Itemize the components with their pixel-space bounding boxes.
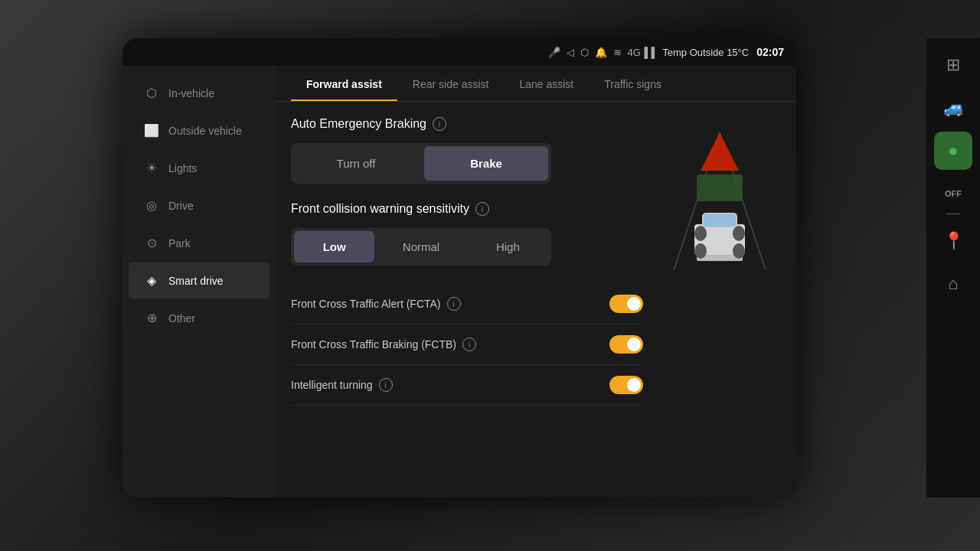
intelligent-turning-info-icon[interactable]: i — [379, 378, 393, 392]
dock-active-button[interactable]: ● — [934, 132, 972, 170]
sensitivity-normal-button[interactable]: Normal — [381, 231, 461, 262]
volume-icon: 🔔 — [595, 47, 607, 58]
bluetooth-icon: ⬡ — [580, 47, 589, 58]
tab-forward-assist[interactable]: Forward assist — [291, 66, 397, 101]
car-icon: 🚙 — [943, 98, 964, 118]
outside-vehicle-icon: ⬜ — [144, 123, 159, 138]
navigation-icon: ◁ — [567, 47, 574, 58]
dock-off-sublabel: —— — [946, 210, 960, 217]
svg-point-12 — [733, 243, 745, 259]
active-circle-icon: ● — [948, 141, 958, 161]
car-visualization — [666, 125, 773, 278]
signal-icon: 4G▐▐ — [628, 47, 655, 58]
fcw-section-title: Front collision warning sensitivity i — [291, 202, 643, 216]
dock-location-button[interactable]: 📍 — [934, 222, 972, 260]
tab-traffic-signs[interactable]: Traffic signs — [589, 66, 677, 101]
fctb-info-icon[interactable]: i — [462, 337, 476, 351]
aeb-info-icon[interactable]: i — [433, 117, 446, 131]
intelligent-turning-label: Intelligent turning i — [291, 378, 393, 392]
intelligent-turning-toggle-row: Intelligent turning i — [291, 365, 643, 406]
in-vehicle-icon: ⬡ — [144, 86, 159, 100]
dock-car-button[interactable]: 🚙 — [934, 89, 972, 127]
fcw-title-text: Front collision warning sensitivity — [291, 202, 469, 216]
app-dock: ⊞ 🚙 ● OFF —— 📍 ⌂ — [926, 38, 980, 497]
fctb-label: Front Cross Traffic Braking (FCTB) i — [291, 337, 476, 351]
dock-off-button[interactable]: OFF — [934, 174, 972, 213]
sidebar-item-lights[interactable]: ☀ Lights — [129, 150, 270, 186]
sidebar-label-outside-vehicle: Outside vehicle — [168, 125, 242, 137]
left-content: Auto Emergency Braking i Turn off Brake — [291, 117, 643, 478]
lights-icon: ☀ — [144, 161, 159, 175]
fcta-toggle-row: Front Cross Traffic Alert (FCTA) i — [291, 284, 643, 324]
sensitivity-high-button[interactable]: High — [468, 231, 548, 262]
svg-point-11 — [694, 243, 707, 259]
status-bar: 🎤 ◁ ⬡ 🔔 ≋ 4G▐▐ Temp Outside 15°C 02:07 — [122, 38, 796, 66]
sensitivity-toggle-group: Low Normal High — [291, 228, 551, 266]
aeb-brake-button[interactable]: Brake — [424, 146, 548, 181]
dock-home-button[interactable]: ⌂ — [934, 265, 972, 303]
aeb-toggle-group: Turn off Brake — [291, 143, 551, 184]
sidebar-item-in-vehicle[interactable]: ⬡ In-vehicle — [129, 75, 270, 111]
svg-point-9 — [694, 226, 707, 241]
sidebar-item-smart-drive[interactable]: ◈ Smart drive — [129, 262, 270, 298]
main-content-area: ⬡ In-vehicle ⬜ Outside vehicle ☀ Lights … — [122, 66, 796, 497]
main-screen: 🎤 ◁ ⬡ 🔔 ≋ 4G▐▐ Temp Outside 15°C 02:07 ⬡… — [122, 38, 796, 497]
sensitivity-low-button[interactable]: Low — [294, 231, 374, 262]
clock-display: 02:07 — [756, 46, 784, 58]
drive-icon: ◎ — [144, 198, 159, 213]
sidebar-label-smart-drive: Smart drive — [168, 275, 224, 287]
sidebar-item-outside-vehicle[interactable]: ⬜ Outside vehicle — [129, 112, 270, 148]
sidebar-label-in-vehicle: In-vehicle — [168, 87, 214, 99]
sidebar-item-drive[interactable]: ◎ Drive — [129, 187, 270, 223]
aeb-title-text: Auto Emergency Braking — [291, 117, 426, 131]
fcta-info-icon[interactable]: i — [447, 297, 461, 311]
sidebar-item-other[interactable]: ⊕ Other — [129, 300, 270, 336]
svg-rect-7 — [704, 214, 736, 227]
sidebar-label-drive: Drive — [168, 200, 194, 212]
microphone-icon: 🎤 — [548, 47, 560, 58]
tab-navigation: Forward assist Rear side assist Lane ass… — [276, 66, 796, 102]
sidebar-label-other: Other — [168, 312, 195, 324]
svg-point-10 — [733, 226, 745, 241]
sidebar-label-park: Park — [168, 237, 191, 249]
intelligent-turning-toggle-switch[interactable] — [609, 376, 643, 394]
svg-rect-3 — [697, 174, 743, 201]
sidebar: ⬡ In-vehicle ⬜ Outside vehicle ☀ Lights … — [122, 66, 276, 497]
home-icon: ⌂ — [948, 274, 958, 294]
wireless-icon: ≋ — [613, 47, 622, 58]
tab-rear-side-assist[interactable]: Rear side assist — [397, 66, 505, 101]
content-area: Auto Emergency Braking i Turn off Brake — [276, 102, 796, 494]
off-label: OFF — [945, 189, 962, 198]
dock-grid-button[interactable]: ⊞ — [934, 46, 972, 84]
location-icon: 📍 — [943, 231, 964, 251]
sidebar-item-park[interactable]: ⊙ Park — [129, 225, 270, 261]
aeb-turnoff-button[interactable]: Turn off — [294, 146, 418, 181]
fcta-label: Front Cross Traffic Alert (FCTA) i — [291, 297, 461, 311]
fctb-toggle-row: Front Cross Traffic Braking (FCTB) i — [291, 324, 643, 365]
aeb-section-title: Auto Emergency Braking i — [291, 117, 643, 131]
svg-marker-2 — [701, 132, 739, 171]
right-panel: Forward assist Rear side assist Lane ass… — [276, 66, 796, 497]
smart-drive-icon: ◈ — [144, 273, 159, 288]
tab-lane-assist[interactable]: Lane assist — [504, 66, 589, 101]
fcta-toggle-switch[interactable] — [609, 295, 643, 313]
other-icon: ⊕ — [144, 311, 159, 325]
grid-icon: ⊞ — [946, 55, 960, 75]
temperature-display: Temp Outside 15°C — [662, 47, 749, 58]
sidebar-label-lights: Lights — [168, 162, 197, 174]
fcw-info-icon[interactable]: i — [475, 202, 489, 216]
car-visualization-panel — [658, 117, 781, 478]
park-icon: ⊙ — [144, 236, 159, 250]
status-icons: 🎤 ◁ ⬡ 🔔 ≋ 4G▐▐ — [548, 47, 655, 58]
fctb-toggle-switch[interactable] — [609, 335, 643, 354]
